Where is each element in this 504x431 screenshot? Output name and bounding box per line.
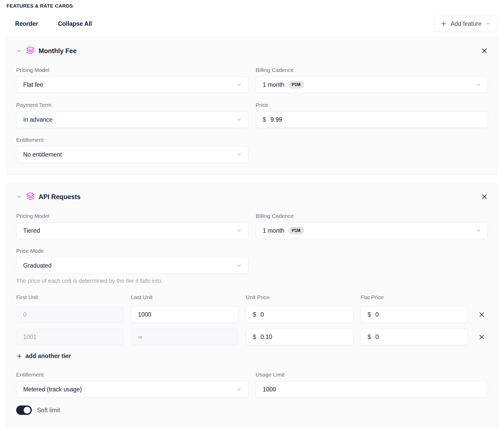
add-feature-label: Add feature <box>451 20 482 27</box>
close-icon <box>481 47 488 54</box>
plus-icon <box>441 21 447 27</box>
collapse-card-button[interactable] <box>16 48 22 54</box>
chevron-down-icon <box>236 152 242 157</box>
tier-col-header: Flat Price <box>361 294 468 300</box>
unit-price-input[interactable] <box>261 329 346 345</box>
chevron-down-icon <box>236 82 242 88</box>
soft-limit-toggle[interactable] <box>16 405 32 415</box>
tier-col-header: Unit Price <box>246 294 353 300</box>
last-unit-input <box>138 329 232 345</box>
first-unit-input-wrap <box>16 329 124 345</box>
field-usage-limit: Usage Limit <box>256 372 488 398</box>
feature-title: Monthly Fee <box>39 47 77 55</box>
card-header: API Requests <box>16 192 488 201</box>
field-label: Billing Cadence <box>256 67 488 73</box>
field-label: Billing Cadence <box>256 213 488 219</box>
price-mode-helper-text: The price of each unit is determined by … <box>16 278 248 284</box>
price-mode-select[interactable]: Graduated <box>16 257 248 274</box>
plus-icon <box>16 353 22 359</box>
first-unit-input <box>23 329 117 345</box>
tier-table: First Unit Last Unit Unit Price Flat Pri… <box>16 294 488 345</box>
unit-price-input-wrap: $ <box>246 306 353 323</box>
feature-title: API Requests <box>39 193 81 201</box>
chevron-down-icon <box>16 48 22 54</box>
chevron-down-icon <box>476 82 481 88</box>
remove-tier-button[interactable] <box>475 334 488 340</box>
unit-price-input-wrap: $ <box>246 329 353 345</box>
entitlement-select[interactable]: No entitlement <box>16 146 248 163</box>
card-form-lower: Entitlement Metered (track usage) Usage … <box>16 372 488 398</box>
billing-cadence-select[interactable]: 1 month P1M <box>256 76 488 93</box>
flat-price-input[interactable] <box>375 306 461 323</box>
select-value: Flat fee <box>23 81 43 88</box>
card-header: Monthly Fee <box>16 46 488 56</box>
first-unit-input-wrap <box>16 306 124 323</box>
field-label: Price <box>256 102 488 108</box>
close-icon <box>478 311 485 318</box>
layers-icon <box>26 46 35 56</box>
remove-feature-button[interactable] <box>481 47 488 54</box>
chevron-down-icon <box>485 21 490 26</box>
field-label: Entitlement <box>16 137 248 143</box>
feature-card-api-requests: API Requests Pricing Model Tiered Billin… <box>7 183 497 427</box>
cadence-code-badge: P1M <box>288 81 304 89</box>
field-billing-cadence: Billing Cadence 1 month P1M <box>256 67 488 93</box>
billing-cadence-select[interactable]: 1 month P1M <box>256 222 488 239</box>
reorder-button[interactable]: Reorder <box>15 20 38 27</box>
usage-limit-input[interactable] <box>263 381 481 397</box>
flat-price-input-wrap: $ <box>361 329 468 345</box>
payment-term-select[interactable]: In advance <box>16 111 248 128</box>
field-billing-cadence: Billing Cadence 1 month P1M <box>256 213 488 239</box>
last-unit-input-wrap <box>131 306 239 323</box>
add-feature-button[interactable]: Add feature <box>434 16 497 32</box>
toolbar: Reorder Collapse All Add feature <box>7 16 497 32</box>
pricing-model-select[interactable]: Flat fee <box>16 76 248 93</box>
select-value: No entitlement <box>23 151 62 158</box>
remove-feature-button[interactable] <box>481 193 488 200</box>
feature-card-monthly-fee: Monthly Fee Pricing Model Flat fee Billi… <box>7 37 497 175</box>
card-form: Pricing Model Tiered Billing Cadence 1 m… <box>16 213 488 284</box>
currency-symbol: $ <box>253 311 256 318</box>
select-value: Graduated <box>23 262 52 269</box>
close-icon <box>478 334 485 340</box>
remove-tier-button[interactable] <box>475 311 488 318</box>
tier-col-header: Last Unit <box>131 294 239 300</box>
collapse-all-button[interactable]: Collapse All <box>58 20 92 27</box>
chevron-down-icon <box>236 263 242 268</box>
usage-limit-input-wrap <box>256 381 488 398</box>
card-form: Pricing Model Flat fee Billing Cadence 1… <box>16 67 488 163</box>
pricing-model-select[interactable]: Tiered <box>16 222 248 239</box>
soft-limit-label: Soft limit <box>37 407 60 414</box>
chevron-down-icon <box>16 194 22 200</box>
field-pricing-model: Pricing Model Flat fee <box>16 67 248 93</box>
field-label: Entitlement <box>16 372 248 378</box>
currency-symbol: $ <box>263 116 266 123</box>
flat-price-input-wrap: $ <box>361 306 468 323</box>
select-value: In advance <box>23 116 53 123</box>
price-input-wrap: $ <box>256 111 488 128</box>
flat-price-input[interactable] <box>375 329 461 345</box>
chevron-down-icon <box>236 117 242 122</box>
price-input[interactable] <box>271 112 481 128</box>
section-title: FEATURES & RATE CARDS <box>7 3 497 9</box>
field-entitlement: Entitlement Metered (track usage) <box>16 372 248 398</box>
select-value: 1 month <box>263 227 284 234</box>
field-label: Usage Limit <box>256 372 488 378</box>
select-value: Tiered <box>23 227 40 234</box>
field-label: Price Mode <box>16 248 248 254</box>
chevron-down-icon <box>476 228 481 233</box>
field-pricing-model: Pricing Model Tiered <box>16 213 248 239</box>
first-unit-input <box>23 306 117 323</box>
chevron-down-icon <box>236 386 242 392</box>
entitlement-select[interactable]: Metered (track usage) <box>16 381 248 398</box>
last-unit-input[interactable] <box>138 306 232 323</box>
field-entitlement: Entitlement No entitlement <box>16 137 248 163</box>
close-icon <box>481 193 488 200</box>
add-tier-button[interactable]: add another tier <box>16 353 71 360</box>
chevron-down-icon <box>236 228 242 233</box>
collapse-card-button[interactable] <box>16 194 22 200</box>
unit-price-input[interactable] <box>261 306 346 323</box>
field-price-mode: Price Mode Graduated The price of each u… <box>16 248 248 284</box>
field-label: Payment Term <box>16 102 248 108</box>
currency-symbol: $ <box>368 311 371 318</box>
